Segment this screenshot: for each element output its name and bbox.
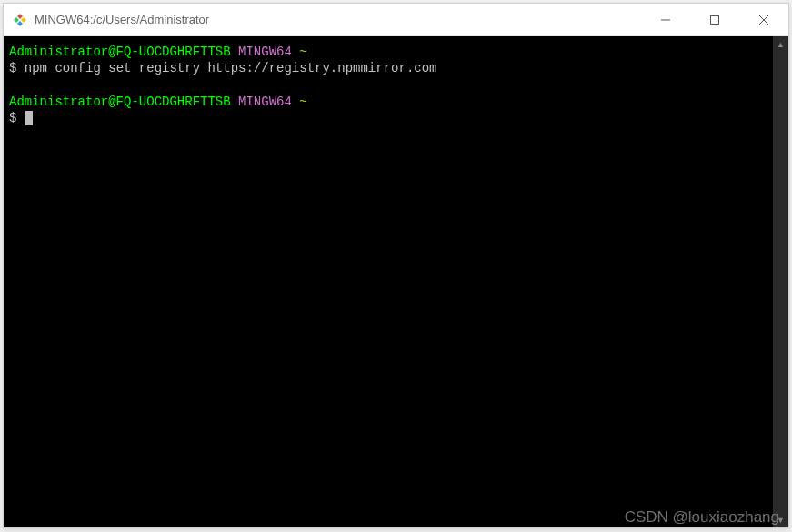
window-controls <box>641 4 788 35</box>
user-host: Administrator@FQ-UOCDGHRFTTSB <box>9 45 231 59</box>
scroll-up-icon[interactable]: ▲ <box>773 36 788 52</box>
svg-marker-2 <box>17 21 23 26</box>
command-text: npm config set registry https://registry… <box>25 61 437 75</box>
user-host: Administrator@FQ-UOCDGHRFTTSB <box>9 95 231 109</box>
terminal-area: Administrator@FQ-UOCDGHRFTTSB MINGW64 ~$… <box>4 36 788 527</box>
window-title: MINGW64:/c/Users/Administrator <box>35 13 641 26</box>
terminal-window: MINGW64:/c/Users/Administrator Administr… <box>3 3 789 528</box>
path-indicator: ~ <box>299 95 306 109</box>
prompt-line: Administrator@FQ-UOCDGHRFTTSB MINGW64 ~ <box>9 94 767 110</box>
svg-marker-1 <box>21 17 26 23</box>
close-button[interactable] <box>739 4 788 35</box>
shell-label: MINGW64 <box>238 95 292 109</box>
prompt-symbol: $ <box>9 111 16 125</box>
cursor <box>25 111 33 125</box>
prompt-line: Administrator@FQ-UOCDGHRFTTSB MINGW64 ~ <box>9 44 767 60</box>
titlebar[interactable]: MINGW64:/c/Users/Administrator <box>4 4 788 36</box>
app-icon <box>13 13 27 27</box>
command-line: $ <box>9 110 767 126</box>
path-indicator: ~ <box>299 45 306 59</box>
minimize-button[interactable] <box>641 4 690 35</box>
prompt-symbol: $ <box>9 61 16 75</box>
scroll-down-icon[interactable]: ▼ <box>773 512 788 527</box>
svg-marker-0 <box>17 14 23 19</box>
svg-marker-3 <box>14 17 19 23</box>
scrollbar[interactable]: ▲ ▼ <box>773 36 788 527</box>
terminal-content[interactable]: Administrator@FQ-UOCDGHRFTTSB MINGW64 ~$… <box>4 36 773 527</box>
maximize-button[interactable] <box>690 4 739 35</box>
svg-rect-5 <box>711 15 719 24</box>
command-line: $ npm config set registry https://regist… <box>9 60 767 76</box>
shell-label: MINGW64 <box>238 45 292 59</box>
